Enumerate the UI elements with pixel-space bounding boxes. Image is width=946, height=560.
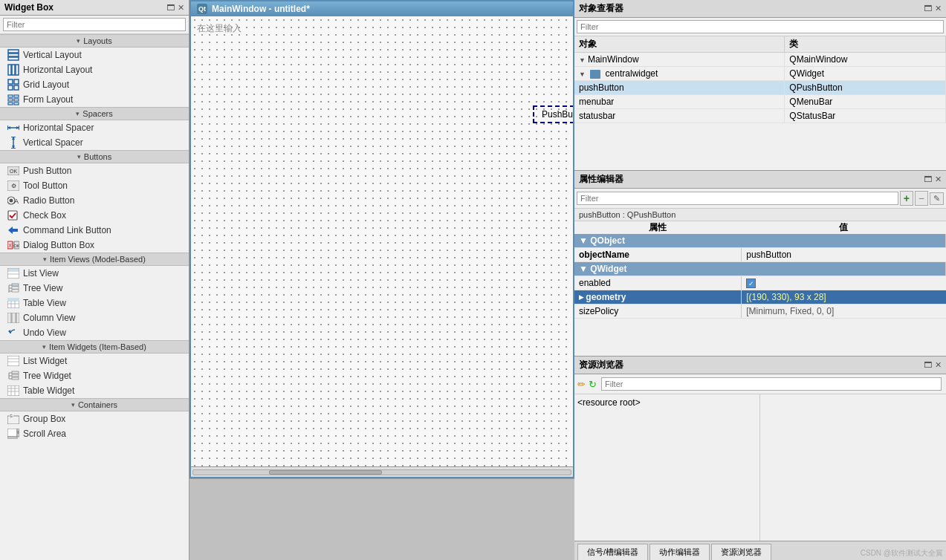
widget-box: Widget Box 🗖 ✕ ▾ Layouts Vertical Layout (0, 0, 189, 560)
table-widget-icon (7, 385, 19, 397)
item-tree-widget[interactable]: Tree Widget (0, 368, 189, 383)
category-buttons[interactable]: ▾ Buttons (0, 150, 189, 163)
item-table-widget[interactable]: Table Widget (0, 383, 189, 398)
category-containers[interactable]: ▾ Containers (0, 398, 189, 411)
item-tree-view[interactable]: Tree View (0, 281, 189, 296)
canvas-scrollbar-h[interactable] (191, 466, 573, 477)
prop-row-objectname[interactable]: objectName pushButton (574, 248, 946, 262)
obj-filter-input[interactable] (577, 20, 944, 33)
scrollbar-thumb-h[interactable] (269, 470, 382, 475)
tool-btn-icon: ⚙ (7, 180, 19, 192)
restore-icon-prop[interactable]: 🗖 (924, 175, 932, 184)
widget-list: ▾ Layouts Vertical Layout Horizontal Lay… (0, 34, 189, 560)
edit-resource-icon[interactable]: ✏ (577, 379, 586, 390)
item-form-layout[interactable]: Form Layout (0, 92, 189, 107)
svg-rect-13 (14, 99, 19, 101)
item-push-button[interactable]: OK Push Button (0, 163, 189, 178)
prop-row-sizepolicy[interactable]: sizePolicy [Minimum, Fixed, 0, 0] (574, 305, 946, 319)
enabled-checkbox[interactable]: ✓ (746, 279, 756, 288)
item-check-box[interactable]: Check Box (0, 208, 189, 223)
close-icon-obj[interactable]: ✕ (935, 4, 942, 13)
item-radio-button[interactable]: A Radio Button (0, 193, 189, 208)
object-inspector-icons: 🗖 ✕ (924, 4, 942, 13)
prop-cat-qwidget-label: QWidget (590, 264, 626, 274)
close-icon[interactable]: ✕ (178, 3, 184, 13)
layouts-arrow: ▾ (77, 37, 80, 45)
item-scroll-area[interactable]: Scroll Area (0, 426, 189, 441)
scrollbar-track-h[interactable] (192, 469, 571, 475)
prop-row-enabled[interactable]: enabled ✓ (574, 276, 946, 290)
prop-col-value: 值 (742, 221, 946, 234)
refresh-resource-icon[interactable]: ↻ (589, 379, 597, 390)
svg-rect-0 (8, 50, 19, 53)
item-horizontal-spacer[interactable]: Horizontal Spacer (0, 120, 189, 135)
item-command-link-button[interactable]: Command Link Button (0, 223, 189, 238)
prop-objectname-value: pushButton (746, 250, 791, 260)
prop-cat-qobject: ▼ QObject (574, 234, 946, 248)
resource-filter-input[interactable] (601, 377, 942, 391)
tab-signal-slot[interactable]: 信号/槽编辑器 (577, 544, 648, 560)
obj-filter-bar (574, 18, 946, 36)
obj-row-mainwindow[interactable]: ▼MainWindow QMainWindow (574, 53, 946, 67)
obj-row-statusbar[interactable]: statusbar QStatusBar (574, 109, 946, 123)
vertical-layout-label: Vertical Layout (23, 50, 82, 60)
obj-row-menubar[interactable]: menubar QMenuBar (574, 95, 946, 109)
prop-remove-btn[interactable]: − (915, 191, 928, 206)
item-vertical-layout[interactable]: Vertical Layout (0, 48, 189, 62)
svg-text:A: A (14, 198, 19, 205)
category-layouts[interactable]: ▾ Layouts (0, 34, 189, 48)
prop-add-btn[interactable]: + (900, 191, 913, 206)
restore-icon[interactable]: 🗖 (166, 3, 175, 13)
object-inspector-header: 对象查看器 🗖 ✕ (574, 0, 946, 18)
canvas-area[interactable]: 在这里输入 PushButton (191, 16, 573, 466)
svg-text:⚙: ⚙ (11, 183, 16, 189)
widget-filter-input[interactable] (3, 18, 186, 31)
prop-row-geometry[interactable]: ▸ geometry [(190, 330), 93 x 28] (574, 290, 946, 305)
bottom-area (189, 478, 574, 560)
close-icon-res[interactable]: ✕ (935, 360, 942, 370)
svg-rect-70 (7, 385, 19, 396)
prop-filter-row: + − ✎ (574, 189, 946, 209)
item-vertical-spacer[interactable]: Vertical Spacer (0, 135, 189, 150)
prop-scroll: 属性 值 ▼ QObject objectName (574, 221, 946, 356)
item-tool-button[interactable]: ⚙ Tool Button (0, 178, 189, 193)
item-horizontal-layout[interactable]: Horizontal Layout (0, 62, 189, 77)
item-undo-view[interactable]: Undo View (0, 325, 189, 340)
table-view-icon (7, 297, 19, 309)
property-editor-title: 属性编辑器 (579, 173, 623, 186)
layout-h-icon (7, 64, 19, 76)
item-list-view[interactable]: List View (0, 266, 189, 281)
resource-filter-row (600, 376, 943, 392)
push-button-widget[interactable]: PushButton (533, 105, 573, 123)
item-column-view[interactable]: Column View (0, 310, 189, 325)
item-dialog-button-box[interactable]: XOK Dialog Button Box (0, 238, 189, 253)
centralwidget-name: centralwidget (606, 68, 658, 79)
svg-rect-3 (8, 65, 11, 75)
tab-action-editor[interactable]: 动作编辑器 (649, 544, 710, 560)
obj-row-pushbutton[interactable]: pushButton QPushButton (574, 81, 946, 95)
resource-browser: 资源浏览器 🗖 ✕ ✏ ↻ <resource root> 信 (574, 356, 946, 560)
restore-icon-res[interactable]: 🗖 (924, 360, 932, 370)
category-item-views[interactable]: ▾ Item Views (Model-Based) (0, 253, 189, 266)
svg-rect-9 (14, 85, 19, 90)
svg-rect-1 (8, 53, 19, 56)
category-spacers[interactable]: ▾ Spacers (0, 107, 189, 120)
tree-widget-label: Tree Widget (23, 371, 71, 381)
centralwidget-icon (590, 70, 600, 79)
category-item-widgets[interactable]: ▾ Item Widgets (Item-Based) (0, 340, 189, 354)
undo-view-icon (7, 327, 19, 339)
layouts-label: Layouts (83, 36, 112, 45)
item-list-widget[interactable]: List Widget (0, 354, 189, 368)
prop-config-btn[interactable]: ✎ (930, 192, 944, 205)
svg-rect-56 (7, 313, 11, 323)
obj-row-centralwidget[interactable]: ▼ centralwidget QWidget (574, 67, 946, 81)
prop-filter-input[interactable] (577, 192, 898, 205)
tab-resource-browser[interactable]: 资源浏览器 (711, 544, 771, 560)
close-icon-prop[interactable]: ✕ (935, 175, 942, 184)
svg-rect-80 (7, 437, 17, 439)
item-grid-layout[interactable]: Grid Layout (0, 77, 189, 92)
statusbar-class: QStatusBar (789, 111, 835, 121)
item-group-box[interactable]: G Group Box (0, 411, 189, 426)
item-table-view[interactable]: Table View (0, 296, 189, 310)
restore-icon-obj[interactable]: 🗖 (924, 4, 932, 13)
